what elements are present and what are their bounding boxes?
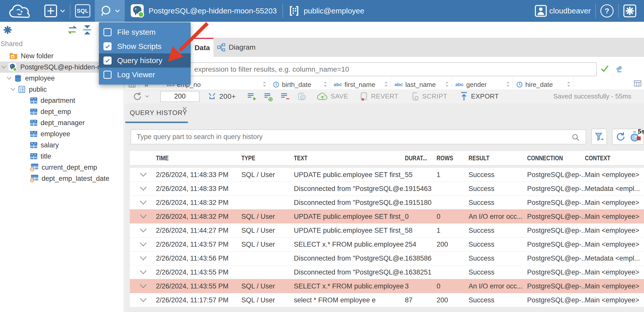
fetch-more-button[interactable]: 200+ (207, 92, 236, 101)
row-expand-chevron-icon[interactable] (130, 214, 153, 219)
tree-expand-chevron-icon[interactable] (1, 65, 7, 69)
script-button[interactable]: SCRIPT (410, 92, 447, 101)
tree-item[interactable]: title (0, 151, 124, 162)
cell-connection: PostgreSQL@ep-... (527, 227, 585, 235)
grid-column-header[interactable]: abc first_name (330, 77, 391, 89)
tree-item[interactable]: dept_emp_latest_date (0, 173, 124, 184)
query-history-row[interactable]: 2/26/2024, 11:43:55 PM SQL / User SELECT… (130, 279, 644, 293)
tree-item[interactable]: dept_manager (0, 117, 124, 128)
new-connection-button[interactable] (40, 0, 70, 22)
row-expand-chevron-icon[interactable] (130, 228, 153, 233)
filter-expression-input[interactable] (127, 62, 597, 76)
sync-connection-icon[interactable] (66, 26, 78, 34)
clear-filter-icon[interactable] (615, 64, 624, 73)
query-history-row[interactable]: 2/26/2024, 11:43:57 PM SQL / User SELECT… (130, 237, 644, 251)
column-header-rows[interactable]: ROWS (437, 154, 469, 162)
delete-row-button[interactable] (280, 92, 290, 101)
sort-icon[interactable] (505, 81, 510, 88)
query-history-refresh-icon[interactable] (615, 131, 626, 142)
query-history-row[interactable]: 2/26/2024, 11:44:27 PM SQL / User UPDATE… (130, 223, 644, 237)
sql-icon: SQL (75, 4, 90, 17)
cell-result: Success (469, 171, 527, 179)
column-header-connection[interactable]: CONNECTION (527, 154, 585, 162)
grid-customize-icon[interactable] (634, 80, 641, 87)
status-message: Saved successfully - 55ms (553, 89, 631, 103)
row-expand-chevron-icon[interactable] (130, 242, 153, 247)
cell-context: Main <employee> (585, 241, 644, 248)
sort-icon[interactable] (444, 81, 450, 88)
query-history-row[interactable]: 2/26/2024, 11:48:32 PM SQL / User UPDATE… (130, 209, 644, 223)
row-expand-chevron-icon[interactable] (130, 172, 153, 177)
column-header-text[interactable]: TEXT (294, 154, 405, 162)
tree-item[interactable]: public (0, 84, 124, 95)
sort-icon[interactable] (323, 81, 328, 88)
apply-filter-icon[interactable] (600, 65, 609, 72)
sort-icon[interactable] (566, 81, 571, 88)
menu-item[interactable]: Show Scripts (99, 39, 191, 53)
query-history-filter-button[interactable] (591, 129, 607, 145)
add-row-button[interactable] (246, 92, 257, 101)
column-header-result[interactable]: RESULT (469, 154, 527, 162)
column-header-time[interactable]: TIME (153, 154, 241, 162)
row-limit-input[interactable] (160, 91, 200, 102)
menu-item[interactable]: File system (99, 25, 191, 39)
tab-data[interactable]: Data (191, 38, 213, 57)
connection-selector[interactable]: PostgreSQL@ep-hidden-moon-55203 (125, 0, 282, 22)
grid-column-header[interactable]: birth_date (269, 77, 330, 89)
query-history-row[interactable]: 2/26/2024, 11:17:57 PM SQL / User select… (130, 293, 644, 307)
column-header-duration[interactable]: DURAT... (405, 154, 437, 162)
query-history-search-input[interactable] (131, 129, 586, 144)
row-expand-chevron-icon[interactable] (130, 284, 153, 288)
tree-item[interactable]: department (0, 95, 124, 106)
tab-diagram[interactable]: Diagram (213, 38, 259, 57)
row-expand-chevron-icon[interactable] (130, 186, 153, 191)
auto-refresh-timer-icon[interactable]: 5s (629, 131, 641, 143)
tree-item[interactable]: salary (0, 140, 124, 151)
query-history-row[interactable]: 2/26/2024, 11:43:56 PM Disconnected from… (130, 251, 644, 265)
tree-expand-chevron-icon[interactable] (6, 76, 12, 80)
close-tab-icon[interactable] (182, 106, 188, 112)
checkbox-icon[interactable] (103, 42, 112, 50)
sort-icon[interactable] (384, 81, 389, 88)
row-expand-chevron-icon[interactable] (130, 298, 153, 302)
row-expand-chevron-icon[interactable] (130, 270, 153, 275)
tree-item[interactable]: employee (0, 128, 124, 140)
query-history-row[interactable]: 2/26/2024, 11:48:33 PM SQL / User UPDATE… (130, 168, 644, 182)
grid-column-header[interactable]: abc last_name (391, 77, 452, 89)
settings-button[interactable] (619, 0, 644, 22)
grid-column-header[interactable]: hire_date (513, 77, 574, 89)
query-history-row[interactable]: 2/26/2024, 11:48:32 PM Disconnected from… (130, 196, 644, 209)
tree-item[interactable]: dept_emp (0, 106, 124, 117)
schema-selector[interactable]: public@employee (283, 0, 370, 22)
grid-column-header[interactable]: abc gender (452, 77, 513, 89)
row-expand-chevron-icon[interactable] (130, 256, 153, 261)
sql-editor-button[interactable]: SQL (70, 0, 95, 22)
revert-button[interactable]: REVERT (359, 92, 399, 101)
query-history-row[interactable]: 2/26/2024, 11:43:55 PM Disconnected from… (130, 265, 644, 279)
cell-duration: 0 (405, 213, 437, 221)
checkbox-icon[interactable] (103, 71, 112, 79)
row-expand-chevron-icon[interactable] (130, 200, 153, 205)
tree-expand-chevron-icon[interactable] (10, 88, 16, 91)
tab-query-history[interactable]: QUERY HISTORY (125, 103, 188, 123)
checkbox-icon[interactable] (103, 28, 112, 36)
tree-item[interactable]: current_dept_emp (0, 162, 124, 173)
save-button[interactable]: SAVE (317, 92, 348, 101)
tools-menu-button[interactable] (95, 0, 125, 22)
column-header-type[interactable]: TYPE (241, 154, 294, 162)
export-button[interactable]: EXPORT (459, 91, 499, 102)
refresh-document-button[interactable] (297, 92, 307, 101)
query-history-row[interactable]: 2/26/2024, 11:48:33 PM Disconnected from… (130, 182, 644, 196)
collapse-all-icon[interactable] (82, 25, 93, 35)
help-button[interactable]: ? (596, 0, 618, 22)
menu-item[interactable]: Log Viewer (99, 68, 191, 82)
menu-item[interactable]: Query history (99, 53, 191, 68)
sidebar-settings-icon[interactable] (3, 25, 13, 35)
user-menu-button[interactable]: cloudbeaver (530, 0, 595, 22)
refresh-button[interactable] (132, 91, 149, 102)
column-header-context[interactable]: CONTEXT (585, 154, 644, 162)
save-label: SAVE (331, 92, 348, 100)
checkbox-icon[interactable] (103, 56, 112, 65)
sort-icon[interactable] (262, 81, 267, 88)
duplicate-row-button[interactable] (263, 92, 273, 101)
